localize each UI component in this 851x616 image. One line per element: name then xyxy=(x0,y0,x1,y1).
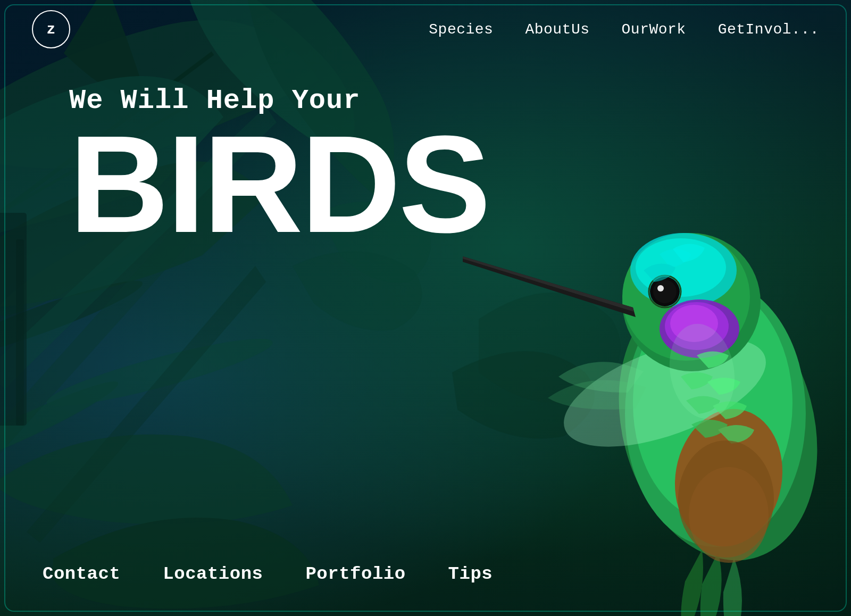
nav-links: Species AboutUs OurWork GetInvol... xyxy=(429,21,819,38)
svg-rect-7 xyxy=(16,239,24,426)
nav-ourwork[interactable]: OurWork xyxy=(622,21,686,38)
bottom-nav: Contact Locations Portfolio Tips xyxy=(43,564,493,584)
hero-main-title: BIRDS xyxy=(69,122,489,246)
nav-getinvolved[interactable]: GetInvol... xyxy=(718,21,819,38)
bottom-contact[interactable]: Contact xyxy=(43,564,120,584)
logo-symbol: z xyxy=(47,21,56,38)
logo[interactable]: z xyxy=(32,10,70,48)
hero-content: We Will Help Your BIRDS xyxy=(69,85,489,246)
hummingbird-image xyxy=(463,116,851,616)
bottom-locations[interactable]: Locations xyxy=(163,564,263,584)
svg-point-22 xyxy=(657,285,664,292)
nav-aboutus[interactable]: AboutUs xyxy=(525,21,589,38)
nav-species[interactable]: Species xyxy=(429,21,493,38)
bottom-portfolio[interactable]: Portfolio xyxy=(305,564,405,584)
hero-section: z Species AboutUs OurWork GetInvol... We… xyxy=(0,0,851,616)
svg-point-26 xyxy=(689,467,769,563)
bottom-tips[interactable]: Tips xyxy=(448,564,493,584)
svg-point-21 xyxy=(653,280,677,303)
main-nav: z Species AboutUs OurWork GetInvol... xyxy=(0,0,851,59)
